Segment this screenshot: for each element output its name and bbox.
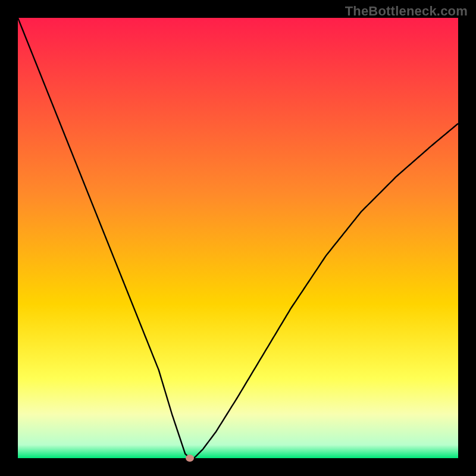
chart-svg: [18, 18, 458, 458]
watermark-text: TheBottleneck.com: [345, 4, 468, 19]
chart-frame: TheBottleneck.com: [0, 0, 476, 476]
gradient-background: [18, 18, 458, 458]
plot-area: [18, 18, 458, 458]
optimum-marker: [186, 455, 194, 462]
